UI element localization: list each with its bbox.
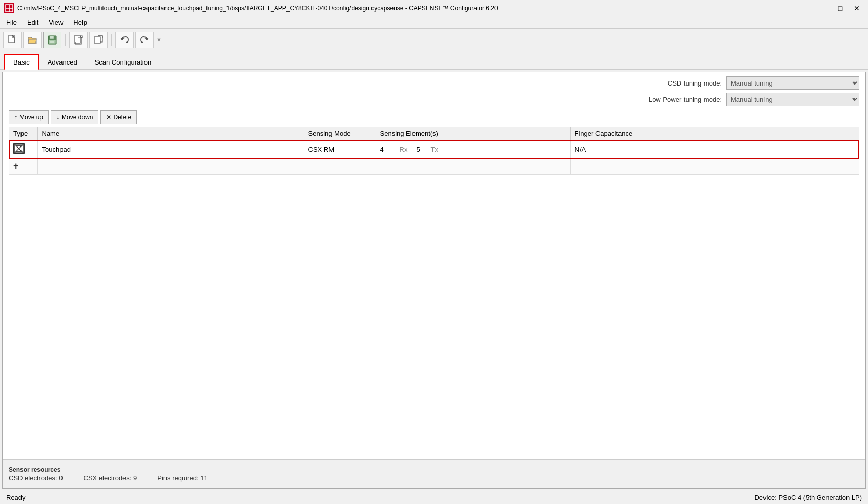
col-header-sensing-elements: Sensing Element(s) <box>376 127 570 140</box>
toolbar-sep-2 <box>111 34 112 46</box>
row-sensing-elements-cell: 4 Rx 5 Tx <box>376 140 570 158</box>
export2-btn[interactable] <box>89 32 108 48</box>
add-btn-cell[interactable]: + <box>9 158 37 175</box>
svg-rect-11 <box>74 36 80 43</box>
svg-rect-8 <box>50 36 54 39</box>
row-type-cell <box>9 140 37 158</box>
finger-cap-label: N/A <box>575 145 586 153</box>
move-up-icon: ↑ <box>14 114 17 121</box>
tab-scan-configuration[interactable]: Scan Configuration <box>86 55 160 70</box>
add-row: + <box>9 158 859 175</box>
tabs-bar: Basic Advanced Scan Configuration <box>0 51 868 70</box>
action-row: ↑ Move up ↓ Move down ✕ Delete <box>3 108 865 127</box>
csx-label: CSX electrodes: <box>84 474 132 482</box>
col-header-type: Type <box>9 127 37 140</box>
pins-label: Pins required: <box>157 474 198 482</box>
csx-electrodes-stat: CSX electrodes: 9 <box>84 474 137 482</box>
tx-count: 5 <box>417 145 427 153</box>
open-btn[interactable] <box>23 32 42 48</box>
minimize-btn[interactable]: — <box>817 3 831 14</box>
col-header-name: Name <box>37 127 304 140</box>
title-bar: C:/mtw/PSoC_4_MSCLP_multitouch_mutual-ca… <box>0 0 868 16</box>
lp-tuning-row: Low Power tuning mode: Manual tuning Sma… <box>3 92 865 108</box>
undo-btn[interactable] <box>115 32 134 48</box>
close-btn[interactable]: ✕ <box>850 3 864 14</box>
move-down-btn[interactable]: ↓ Move down <box>51 110 98 124</box>
menu-edit[interactable]: Edit <box>23 17 43 27</box>
bottom-status-bar: Ready Device: PSoC 4 (5th Generation LP) <box>0 491 868 504</box>
pins-required-stat: Pins required: 11 <box>157 474 208 482</box>
delete-label: Delete <box>113 114 131 121</box>
row-name-label: Touchpad <box>42 145 71 153</box>
csd-tuning-select[interactable]: Manual tuning SmartSense (Full Auto-Tune… <box>726 76 859 90</box>
add-widget-btn[interactable]: + <box>13 161 19 171</box>
touchpad-icon <box>13 143 25 154</box>
csd-electrodes-stat: CSD electrodes: 0 <box>9 474 63 482</box>
table-body: Touchpad CSX RM 4 Rx 5 Tx <box>9 140 859 175</box>
row-finger-cap-cell: N/A <box>570 140 859 158</box>
window-controls: — □ ✕ <box>817 3 864 14</box>
save-btn[interactable] <box>43 32 61 48</box>
sensing-elements-content: 4 Rx 5 Tx <box>380 145 566 153</box>
pins-value: 11 <box>200 474 208 482</box>
svg-rect-10 <box>50 41 54 43</box>
redo-btn[interactable] <box>135 32 154 48</box>
col-header-sensing-mode: Sensing Mode <box>304 127 376 140</box>
table-header: Type Name Sensing Mode Sensing Element(s… <box>9 127 859 140</box>
tab-basic[interactable]: Basic <box>4 54 39 70</box>
tx-label: Tx <box>431 145 444 153</box>
toolbar: ▼ <box>0 29 868 51</box>
status-text: Ready <box>6 494 26 501</box>
device-text: Device: PSoC 4 (5th Generation LP) <box>754 494 862 501</box>
delete-icon: ✕ <box>106 114 111 121</box>
tab-advanced[interactable]: Advanced <box>39 55 86 70</box>
csd-label: CSD electrodes: <box>9 474 57 482</box>
svg-rect-13 <box>94 37 100 43</box>
toolbar-sep-1 <box>65 34 66 46</box>
title-bar-left: C:/mtw/PSoC_4_MSCLP_multitouch_mutual-ca… <box>4 3 498 13</box>
config-area: CSD tuning mode: Manual tuning SmartSens… <box>3 72 865 459</box>
maximize-btn[interactable]: □ <box>833 3 848 14</box>
col-header-finger-capacitance: Finger Capacitance <box>570 127 859 140</box>
menu-help[interactable]: Help <box>69 17 91 27</box>
add-row-name <box>37 158 304 175</box>
widget-table: Type Name Sensing Mode Sensing Element(s… <box>9 127 859 459</box>
add-row-cap <box>570 158 859 175</box>
new-file-btn[interactable] <box>3 32 22 48</box>
menu-bar: File Edit View Help <box>0 16 868 29</box>
window-title: C:/mtw/PSoC_4_MSCLP_multitouch_mutual-ca… <box>17 5 498 12</box>
rx-label: Rx <box>400 145 412 153</box>
row-sensing-mode-label: CSX RM <box>308 145 335 153</box>
rx-count: 4 <box>380 145 396 153</box>
menu-view[interactable]: View <box>45 17 67 27</box>
row-name-cell: Touchpad <box>37 140 304 158</box>
main-content: CSD tuning mode: Manual tuning SmartSens… <box>2 72 866 489</box>
move-down-icon: ↓ <box>56 114 59 121</box>
export1-btn[interactable] <box>69 32 88 48</box>
sensor-table: Type Name Sensing Mode Sensing Element(s… <box>9 127 859 175</box>
csd-tuning-select-wrapper[interactable]: Manual tuning SmartSense (Full Auto-Tune… <box>726 76 859 90</box>
move-up-label: Move up <box>19 114 43 121</box>
csx-value: 9 <box>133 474 137 482</box>
csd-tuning-label: CSD tuning mode: <box>668 79 722 87</box>
sensor-resources: Sensor resources CSD electrodes: 0 CSX e… <box>3 459 865 488</box>
lp-tuning-label: Low Power tuning mode: <box>649 96 722 103</box>
move-down-label: Move down <box>61 114 93 121</box>
move-up-btn[interactable]: ↑ Move up <box>9 110 49 124</box>
lp-tuning-select[interactable]: Manual tuning SmartSense (Full Auto-Tune… <box>726 93 859 106</box>
add-row-elements <box>376 158 570 175</box>
row-sensing-mode-cell: CSX RM <box>304 140 376 158</box>
delete-btn[interactable]: ✕ Delete <box>100 110 137 124</box>
tuning-row: CSD tuning mode: Manual tuning SmartSens… <box>3 72 865 92</box>
app-icon <box>4 3 14 13</box>
csd-value: 0 <box>59 474 63 482</box>
sensor-resources-title: Sensor resources <box>9 466 859 473</box>
sensor-resources-values: CSD electrodes: 0 CSX electrodes: 9 Pins… <box>9 474 859 482</box>
lp-tuning-select-wrapper[interactable]: Manual tuning SmartSense (Full Auto-Tune… <box>726 93 859 106</box>
menu-file[interactable]: File <box>2 17 21 27</box>
table-row[interactable]: Touchpad CSX RM 4 Rx 5 Tx <box>9 140 859 158</box>
add-row-sensing <box>304 158 376 175</box>
